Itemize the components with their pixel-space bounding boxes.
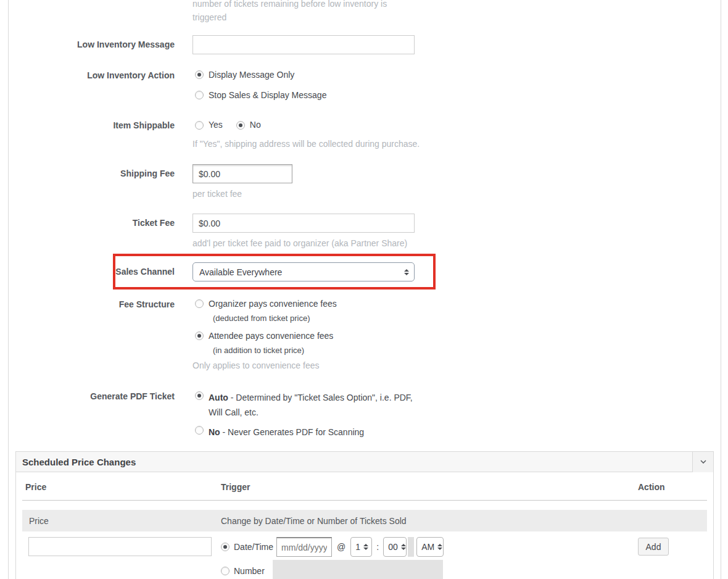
- subrow-trigger-label: Change by Date/Time or Number of Tickets…: [221, 516, 638, 526]
- chevron-down-icon: [700, 460, 706, 464]
- scheduled-price-changes-panel: Scheduled Price Changes Price Trigger Ac…: [15, 451, 714, 579]
- generate-pdf-label: Generate PDF Ticket: [9, 390, 175, 401]
- radio-button[interactable]: [221, 567, 230, 575]
- no-option-label: No: [250, 119, 261, 131]
- subrow-price-label: Price: [22, 516, 221, 526]
- attendee-pays-option[interactable]: Attendee pays convenience fees: [192, 330, 337, 342]
- sales-channel-row: Sales Channel Available Everywhere: [9, 262, 721, 281]
- page-right-border: [721, 0, 721, 579]
- stop-sales-option[interactable]: Stop Sales & Display Message: [192, 90, 326, 101]
- item-shippable-row: Item Shippable Yes No If "Yes", shipping…: [9, 119, 721, 149]
- select-updown-arrows-icon: [399, 269, 409, 275]
- shipping-fee-row: Shipping Fee per ticket fee: [9, 164, 721, 199]
- item-shippable-help: If "Yes", shipping address will be colle…: [192, 139, 420, 149]
- panel-body: Price Trigger Action Price Change by Dat…: [16, 472, 713, 579]
- ticket-fee-help: add'l per ticket fee paid to organizer (…: [192, 238, 415, 248]
- ticket-fee-row: Ticket Fee add'l per ticket fee paid to …: [9, 214, 721, 248]
- low-inventory-message-label: Low Inventory Message: [9, 35, 175, 49]
- organizer-pays-option[interactable]: Organizer pays convenience fees: [192, 298, 337, 310]
- radio-button[interactable]: [221, 543, 230, 551]
- radio-button[interactable]: [195, 299, 204, 308]
- shipping-fee-help: per ticket fee: [192, 189, 292, 199]
- sales-channel-label: Sales Channel: [9, 262, 175, 277]
- option-label: Stop Sales & Display Message: [209, 90, 326, 101]
- low-inventory-message-row: Low Inventory Message: [9, 35, 721, 54]
- ticket-fee-input[interactable]: [192, 214, 415, 233]
- radio-button[interactable]: [195, 70, 204, 79]
- radio-button[interactable]: [236, 121, 245, 130]
- pdf-auto-option[interactable]: Auto - Determined by "Ticket Sales Optio…: [192, 390, 418, 420]
- ticket-settings-page: number of tickets remaining before low i…: [0, 0, 728, 579]
- date-input[interactable]: [276, 537, 332, 557]
- select-updown-arrows-icon: [434, 544, 442, 550]
- option-label: Attendee pays convenience fees: [209, 330, 333, 342]
- option-label: No - Never Generates PDF for Scanning: [209, 425, 364, 439]
- table-subheader-row: Price Change by Date/Time or Number of T…: [22, 510, 707, 531]
- panel-collapse-button[interactable]: [692, 452, 713, 472]
- minute-select[interactable]: 00: [383, 537, 407, 557]
- radio-button[interactable]: [195, 426, 204, 435]
- datetime-trigger-row: Date/Time @ 1 : 00: [221, 537, 638, 557]
- trigger-column-header: Trigger: [221, 482, 638, 492]
- colon-separator: :: [376, 542, 379, 552]
- number-input-disabled[interactable]: [273, 560, 443, 579]
- option-label: Organizer pays convenience fees: [209, 298, 337, 310]
- shipping-fee-label: Shipping Fee: [9, 164, 175, 178]
- add-button[interactable]: Add: [638, 538, 669, 556]
- new-price-input[interactable]: [28, 537, 212, 556]
- fee-structure-label: Fee Structure: [9, 298, 175, 309]
- radio-button[interactable]: [195, 391, 204, 400]
- pdf-no-option[interactable]: No - Never Generates PDF for Scanning: [192, 425, 418, 439]
- radio-button[interactable]: [195, 121, 204, 130]
- low-inventory-message-input[interactable]: [192, 35, 415, 54]
- panel-title: Scheduled Price Changes: [16, 457, 136, 467]
- shipping-fee-input[interactable]: [192, 164, 292, 183]
- select-updown-arrows-icon: [398, 544, 406, 550]
- select-gap: [408, 537, 414, 557]
- low-inventory-action-label: Low Inventory Action: [9, 69, 175, 80]
- fee-structure-row: Fee Structure Organizer pays convenience…: [9, 298, 721, 370]
- form-content: number of tickets remaining before low i…: [9, 0, 721, 579]
- select-updown-arrows-icon: [360, 544, 368, 550]
- hour-select[interactable]: 1: [350, 537, 372, 557]
- option-label: Auto - Determined by "Ticket Sales Optio…: [209, 390, 418, 420]
- sales-channel-select[interactable]: Available Everywhere: [192, 262, 415, 281]
- yes-option-label: Yes: [209, 119, 223, 131]
- panel-header: Scheduled Price Changes: [16, 452, 713, 472]
- display-message-only-option[interactable]: Display Message Only: [192, 69, 326, 81]
- fee-structure-note: Only applies to convenience fees: [192, 360, 337, 370]
- table-header-row: Price Trigger Action: [22, 472, 707, 501]
- radio-button[interactable]: [195, 331, 204, 340]
- low-inventory-trigger-note: number of tickets remaining before low i…: [192, 0, 420, 24]
- organizer-pays-subtext: (deducted from ticket price): [213, 314, 337, 323]
- ticket-fee-label: Ticket Fee: [9, 214, 175, 228]
- new-price-change-row: Date/Time @ 1 : 00: [22, 537, 707, 579]
- action-column-header: Action: [638, 482, 707, 492]
- attendee-pays-subtext: (in addition to ticket price): [213, 346, 337, 355]
- ampm-select[interactable]: AM: [416, 537, 444, 557]
- price-column-header: Price: [22, 482, 221, 492]
- number-trigger-row: Number: [221, 560, 638, 579]
- number-option-label: Number: [234, 565, 273, 577]
- generate-pdf-row: Generate PDF Ticket Auto - Determined by…: [9, 390, 721, 439]
- item-shippable-label: Item Shippable: [9, 119, 175, 130]
- radio-button[interactable]: [195, 91, 204, 99]
- low-inventory-action-row: Low Inventory Action Display Message Onl…: [9, 69, 721, 101]
- at-sign: @: [337, 542, 345, 552]
- sales-channel-value: Available Everywhere: [199, 267, 282, 277]
- option-label: Display Message Only: [209, 69, 294, 81]
- datetime-option-label: Date/Time: [234, 541, 273, 553]
